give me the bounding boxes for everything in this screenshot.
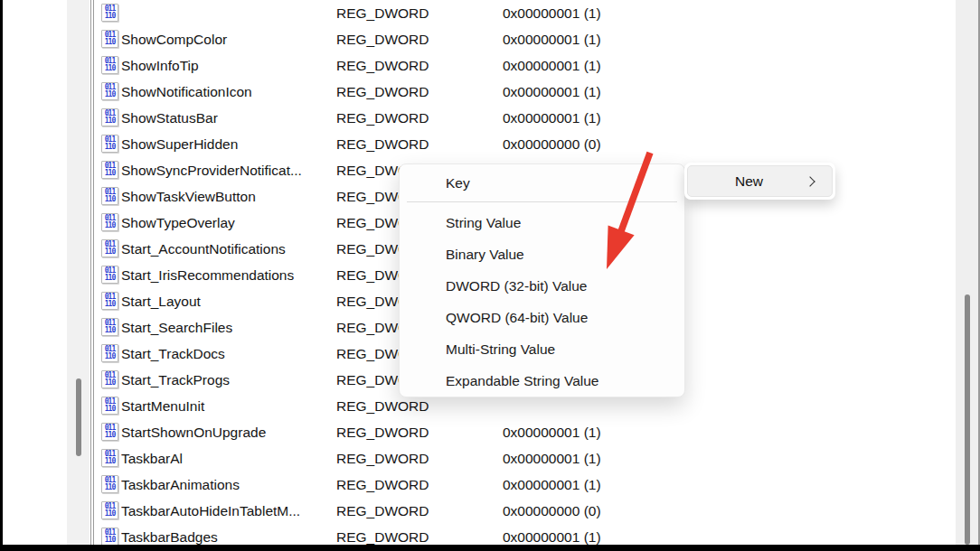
value-name: Start_SearchFiles	[121, 320, 335, 336]
dword-icon-bits-bottom: 110	[105, 13, 115, 20]
menu-item[interactable]: Expandable String Value	[400, 365, 684, 397]
registry-value-row[interactable]: 011 110 TaskbarAnimations REG_DWORD 0x00…	[96, 472, 956, 498]
dword-icon-bits-bottom: 110	[105, 117, 115, 125]
dword-value-icon: 011 110	[101, 528, 118, 545]
value-name: StartShownOnUpgrade	[121, 425, 335, 441]
tree-scrollbar-thumb[interactable]	[76, 378, 81, 456]
menu-value-items: String Value Binary Value DWORD (32-bit)…	[400, 207, 684, 397]
pane-splitter[interactable]	[90, 0, 94, 545]
dword-icon-bits-bottom: 110	[105, 39, 115, 46]
registry-value-row[interactable]: 011 110 ShowStatusBar REG_DWORD 0x000000…	[96, 105, 956, 131]
dword-icon-bits-bottom: 110	[105, 170, 115, 177]
dword-icon-bits-bottom: 110	[105, 144, 115, 151]
menu-item[interactable]: String Value	[400, 207, 684, 238]
dword-icon-bits-bottom: 110	[105, 353, 115, 360]
dword-icon-bits-bottom: 110	[105, 196, 115, 203]
dword-icon-bits-bottom: 110	[105, 510, 115, 518]
dword-icon-bits-bottom: 110	[105, 248, 115, 256]
dword-value-icon: 011 110	[101, 30, 118, 48]
value-type: REG_DWORD	[336, 529, 429, 546]
context-menu-new-panel: New	[684, 163, 835, 200]
value-type: REG_DWORD	[336, 32, 429, 48]
value-data: 0x00000001 (1)	[503, 58, 601, 74]
registry-value-row[interactable]: 011 110 ShowCompColor REG_DWORD 0x000000…	[96, 26, 956, 52]
dword-icon-bits-bottom: 110	[105, 537, 115, 544]
value-type: REG_DWORD	[336, 425, 429, 441]
dword-icon-bits-bottom: 110	[105, 432, 115, 439]
dword-value-icon: 011 110	[101, 239, 118, 257]
registry-value-row[interactable]: 011 110 REG_DWORD 0x00000001 (1)	[96, 0, 956, 26]
value-type: REG_DWORD	[336, 451, 429, 467]
dword-icon-bits-bottom: 110	[105, 301, 115, 308]
dword-value-icon: 011 110	[101, 82, 118, 100]
value-name: Start_TrackProgs	[121, 372, 335, 388]
value-data: 0x00000001 (1)	[503, 425, 601, 441]
dword-value-icon: 011 110	[101, 187, 118, 205]
registry-value-row[interactable]: 011 110 TaskbarBadges REG_DWORD 0x000000…	[96, 524, 956, 545]
dword-value-icon: 011 110	[101, 318, 118, 336]
value-data: 0x00000001 (1)	[503, 5, 601, 22]
dword-icon-bits-bottom: 110	[105, 406, 115, 413]
dword-value-icon: 011 110	[101, 161, 118, 179]
dword-icon-bits-bottom: 110	[105, 458, 115, 465]
value-name: Start_IrisRecommendations	[121, 267, 335, 284]
menu-item[interactable]: QWORD (64-bit) Value	[400, 302, 684, 333]
dword-icon-bits-bottom: 110	[105, 65, 115, 72]
value-data: 0x00000001 (1)	[503, 529, 601, 546]
window-border-bottom	[0, 545, 980, 551]
value-name: TaskbarBadges	[121, 529, 335, 546]
dword-icon-bits-bottom: 110	[105, 379, 115, 387]
value-data: 0x00000001 (1)	[503, 477, 601, 493]
dword-value-icon: 011 110	[101, 135, 118, 153]
list-scrollbar-thumb[interactable]	[965, 294, 970, 545]
dword-icon-bits-bottom: 110	[105, 484, 115, 491]
value-name: ShowSuperHidden	[121, 136, 335, 153]
dword-value-icon: 011 110	[101, 266, 118, 284]
menu-item[interactable]: Multi-String Value	[400, 333, 684, 365]
tree-scrollbar-track[interactable]	[67, 0, 90, 545]
value-name: ShowSyncProviderNotificat...	[121, 163, 335, 179]
registry-value-row[interactable]: 011 110 ShowInfoTip REG_DWORD 0x00000001…	[96, 52, 956, 79]
dword-value-icon: 011 110	[101, 213, 118, 231]
value-data: 0x00000000 (0)	[503, 136, 601, 153]
window-border-left	[0, 0, 3, 551]
registry-value-row[interactable]: 011 110 TaskbarAl REG_DWORD 0x00000001 (…	[96, 445, 956, 472]
menu-item[interactable]: DWORD (32-bit) Value	[400, 270, 684, 302]
dword-value-icon: 011 110	[101, 475, 118, 493]
registry-value-row[interactable]: 011 110 ShowSuperHidden REG_DWORD 0x0000…	[96, 131, 956, 157]
dword-value-icon: 011 110	[101, 449, 118, 467]
menu-item-key[interactable]: Key	[400, 168, 684, 199]
value-name: TaskbarAnimations	[121, 477, 335, 493]
menu-separator	[407, 201, 677, 202]
value-type: REG_DWORD	[336, 398, 429, 415]
value-name: ShowTaskViewButton	[121, 189, 335, 205]
registry-value-row[interactable]: 011 110 StartShownOnUpgrade REG_DWORD 0x…	[96, 419, 956, 445]
dword-value-icon: 011 110	[101, 4, 118, 22]
dword-value-icon: 011 110	[101, 292, 118, 310]
registry-value-row[interactable]: 011 110 TaskbarAutoHideInTabletM... REG_…	[96, 498, 956, 524]
value-name: ShowNotificationIcon	[121, 84, 335, 100]
menu-item[interactable]: Binary Value	[400, 238, 684, 270]
value-type: REG_DWORD	[336, 503, 429, 519]
dword-icon-bits-bottom: 110	[105, 222, 115, 229]
dword-value-icon: 011 110	[101, 423, 118, 441]
value-type: REG_DWORD	[336, 5, 429, 22]
value-type: REG_DWORD	[336, 84, 429, 100]
dword-value-icon: 011 110	[101, 397, 118, 415]
value-type: REG_DWORD	[336, 110, 429, 126]
value-name: Start_Layout	[121, 294, 335, 310]
value-name: Start_AccountNotifications	[121, 241, 335, 257]
value-type: REG_DWORD	[336, 477, 429, 493]
dword-value-icon: 011 110	[101, 344, 118, 362]
value-name: ShowTypeOverlay	[121, 215, 335, 231]
dword-value-icon: 011 110	[101, 108, 118, 126]
new-submenu: Key String Value Binary Value DWORD (32-…	[399, 163, 685, 397]
registry-value-row[interactable]: 011 110 ShowNotificationIcon REG_DWORD 0…	[96, 79, 956, 105]
new-menu-item[interactable]: New	[687, 165, 833, 197]
value-name: StartMenuInit	[121, 398, 335, 415]
value-data: 0x00000001 (1)	[503, 451, 601, 467]
chevron-right-icon	[805, 176, 815, 186]
value-type: REG_DWORD	[336, 58, 429, 74]
value-data: 0x00000001 (1)	[503, 84, 601, 100]
value-data: 0x00000000 (0)	[503, 503, 601, 519]
